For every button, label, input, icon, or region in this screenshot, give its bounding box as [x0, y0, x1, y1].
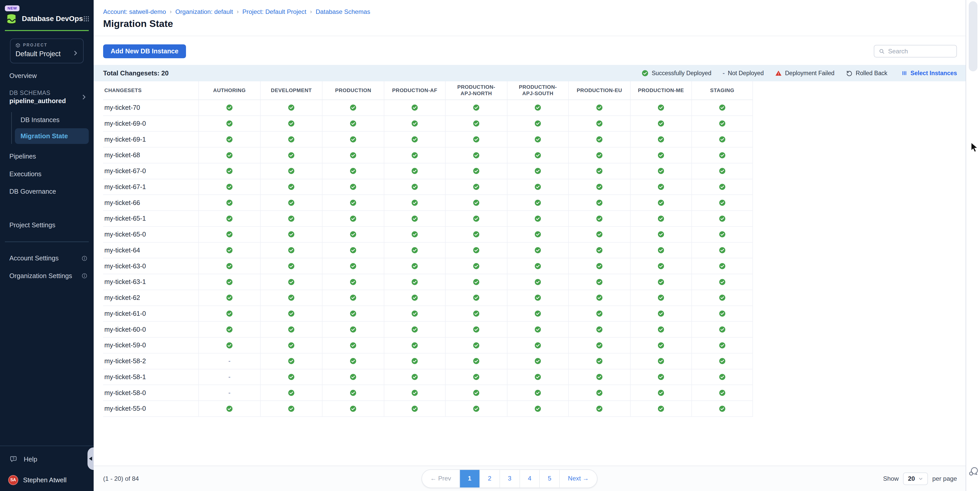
- check-circle-icon: [596, 326, 603, 333]
- status-cell: [692, 322, 753, 338]
- check-circle-icon: [535, 389, 541, 396]
- check-circle-icon: [596, 358, 603, 364]
- check-circle-icon: [226, 215, 233, 222]
- check-circle-icon: [350, 342, 356, 349]
- status-cell: [323, 243, 384, 259]
- page-size-select[interactable]: 20: [903, 472, 928, 485]
- changeset-name: my-ticket-64: [103, 243, 199, 259]
- table-row: my-ticket-58-2-: [103, 353, 753, 369]
- select-instances-label: Select Instances: [910, 70, 957, 77]
- search-box[interactable]: [874, 45, 957, 57]
- changeset-name: my-ticket-69-1: [103, 132, 199, 148]
- result-range: (1 - 20) of 84: [103, 475, 139, 482]
- check-circle-icon: [350, 247, 356, 254]
- page-button-5[interactable]: 5: [539, 470, 559, 488]
- table-body: my-ticket-70my-ticket-69-0my-ticket-69-1…: [103, 100, 753, 417]
- status-cell: [508, 100, 569, 116]
- check-circle-icon: [288, 279, 295, 286]
- changeset-name: my-ticket-66: [103, 195, 199, 211]
- check-circle-icon: [657, 342, 665, 349]
- breadcrumb-link[interactable]: Project: Default Project: [242, 8, 306, 15]
- sidebar-item-executions[interactable]: Executions: [0, 165, 94, 183]
- status-cell: [445, 100, 508, 116]
- sidebar-item-overview[interactable]: Overview: [0, 67, 94, 85]
- status-cell: [323, 274, 384, 290]
- sidebar-item-project-settings[interactable]: Project Settings: [0, 216, 94, 234]
- status-cell: [199, 132, 261, 148]
- check-circle-icon: [535, 231, 541, 238]
- check-circle-icon: [473, 152, 480, 159]
- status-cell: [261, 179, 323, 195]
- sidebar-item-db-instances[interactable]: DB Instances: [15, 112, 89, 128]
- project-selector[interactable]: PROJECT Default Project: [10, 38, 84, 64]
- check-circle-icon: [288, 373, 295, 380]
- table-row: my-ticket-64: [103, 243, 753, 259]
- page-title: Migration State: [103, 18, 173, 29]
- user-menu[interactable]: SA Stephen Atwell: [0, 469, 94, 485]
- scrollbar-thumb[interactable]: [969, 1, 977, 72]
- check-circle-icon: [350, 389, 356, 396]
- project-selector-value: Default Project: [15, 50, 78, 58]
- check-circle-icon: [350, 231, 356, 238]
- check-circle-icon: [226, 326, 233, 333]
- check-circle-icon: [473, 373, 480, 380]
- check-circle-icon: [473, 279, 480, 286]
- help-button[interactable]: ? Help: [0, 450, 94, 469]
- status-cell: [692, 195, 753, 211]
- page-button-4[interactable]: 4: [519, 470, 539, 488]
- status-legend: Successfully Deployed-Not DeployedDeploy…: [642, 70, 957, 77]
- sidebar-item-organization-settings[interactable]: Organization Settings: [0, 267, 94, 284]
- check-circle-icon: [226, 310, 233, 317]
- status-cell: [323, 322, 384, 338]
- breadcrumb-link[interactable]: Organization: default: [175, 8, 233, 15]
- next-page-button[interactable]: Next →: [559, 470, 597, 488]
- page-button-1[interactable]: 1: [460, 470, 479, 488]
- collapse-arrow-icon: [89, 457, 92, 461]
- breadcrumb-link[interactable]: Database Schemas: [315, 8, 370, 15]
- page-button-3[interactable]: 3: [500, 470, 520, 488]
- check-circle-icon: [535, 247, 541, 254]
- check-circle-icon: [535, 279, 541, 286]
- status-cell: [384, 211, 445, 227]
- status-cell: [569, 385, 631, 401]
- check-circle-icon: [719, 263, 726, 270]
- check-circle-icon: [596, 294, 603, 301]
- sidebar-item-db-schemas[interactable]: DB SCHEMASpipeline_authored: [0, 85, 94, 110]
- check-circle-icon: [288, 215, 295, 222]
- search-input[interactable]: [888, 48, 952, 55]
- check-circle-icon: [411, 373, 418, 380]
- sidebar-item-label: Overview: [10, 72, 88, 79]
- check-circle-icon: [288, 326, 295, 333]
- sidebar-item-db-governance[interactable]: DB Governance: [0, 183, 94, 200]
- prev-page-button[interactable]: ← Prev: [422, 470, 459, 488]
- check-circle-icon: [535, 405, 541, 412]
- apps-grid-icon[interactable]: [83, 15, 90, 22]
- status-cell: [508, 401, 569, 417]
- check-circle-icon: [350, 104, 356, 111]
- sidebar-item-label: Organization Settings: [10, 272, 81, 280]
- check-circle-icon: [473, 358, 480, 364]
- sidebar-collapse-handle[interactable]: [88, 447, 94, 470]
- status-cell: [384, 227, 445, 243]
- check-circle-icon: [473, 405, 480, 412]
- check-circle-icon: [535, 199, 541, 206]
- breadcrumb-link[interactable]: Account: satwell-demo: [103, 8, 166, 15]
- page-button-2[interactable]: 2: [479, 470, 500, 488]
- sidebar-item-pipelines[interactable]: Pipelines: [0, 148, 94, 165]
- status-cell: [261, 274, 323, 290]
- check-circle-icon: [350, 167, 356, 175]
- chat-launcher-icon[interactable]: [968, 466, 979, 477]
- check-circle-icon: [350, 263, 356, 270]
- sidebar-item-account-settings[interactable]: Account Settings: [0, 249, 94, 267]
- check-circle-icon: [719, 405, 726, 412]
- sidebar-item-migration-state[interactable]: Migration State: [15, 128, 89, 144]
- select-instances-button[interactable]: Select Instances: [901, 70, 957, 77]
- check-circle-icon: [288, 183, 295, 190]
- status-cell: [692, 290, 753, 306]
- check-circle-icon: [596, 389, 603, 396]
- status-cell: [508, 132, 569, 148]
- check-circle-icon: [657, 358, 665, 364]
- check-circle-icon: [657, 152, 665, 159]
- add-db-instance-button[interactable]: Add New DB Instance: [103, 44, 186, 58]
- status-cell: [631, 132, 692, 148]
